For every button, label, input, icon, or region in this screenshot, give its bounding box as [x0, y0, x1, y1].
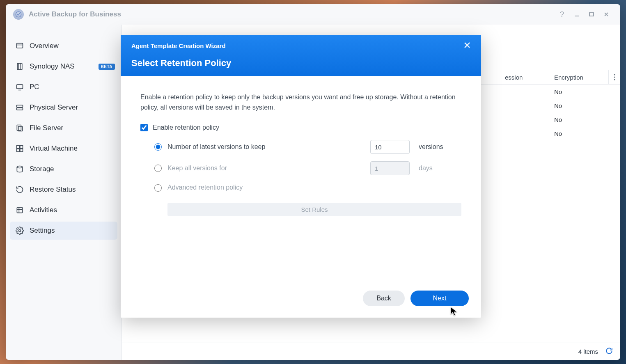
modal-body: Enable a retention policy to keep only t… — [121, 76, 481, 282]
sidebar-item-pc[interactable]: PC — [10, 78, 117, 96]
sidebar-item-overview[interactable]: Overview — [10, 37, 117, 55]
settings-icon — [16, 227, 24, 235]
sidebar-item-synology-nas[interactable]: Synology NAS BETA — [10, 57, 117, 76]
app-icon — [13, 9, 24, 20]
app-title: Active Backup for Business — [29, 10, 121, 18]
cell-encryption: No — [549, 102, 609, 109]
sidebar-item-storage[interactable]: Storage — [10, 160, 117, 178]
close-icon — [464, 42, 470, 48]
pc-icon — [16, 83, 24, 91]
radio-keep-all-row[interactable]: Keep all versions for days — [154, 161, 461, 175]
retention-radio-group: Number of latest versions to keep versio… — [154, 140, 461, 216]
restore-icon — [16, 185, 24, 194]
sidebar-item-label: Synology NAS — [30, 62, 75, 71]
keep-all-suffix: days — [419, 163, 433, 174]
enable-retention-checkbox[interactable] — [140, 124, 148, 131]
sidebar-item-label: Virtual Machine — [30, 144, 78, 153]
sidebar-item-settings[interactable]: Settings — [10, 222, 117, 240]
svg-rect-17 — [20, 146, 23, 149]
radio-advanced-row[interactable]: Advanced retention policy — [154, 183, 461, 193]
column-compression[interactable]: ession — [500, 70, 549, 84]
enable-retention-checkbox-row[interactable]: Enable retention policy — [140, 123, 461, 133]
svg-rect-5 — [17, 43, 23, 48]
cell-encryption: No — [549, 116, 609, 123]
column-encryption[interactable]: Encryption — [549, 70, 609, 84]
sidebar-item-label: Activities — [30, 206, 57, 214]
sidebar-item-label: PC — [30, 83, 39, 91]
beta-badge: BETA — [99, 64, 115, 70]
radio-advanced[interactable] — [154, 184, 162, 192]
overview-icon — [16, 42, 24, 50]
modal-close-button[interactable] — [464, 41, 470, 50]
svg-rect-19 — [20, 149, 23, 152]
latest-versions-suffix: versions — [419, 142, 443, 152]
svg-rect-12 — [17, 105, 23, 107]
svg-rect-10 — [17, 85, 23, 89]
svg-point-24 — [19, 230, 21, 232]
wizard-title: Agent Template Creation Wizard — [131, 42, 226, 49]
column-options-button[interactable] — [609, 70, 620, 84]
nas-icon — [16, 62, 24, 71]
sidebar-item-physical-server[interactable]: Physical Server — [10, 98, 117, 117]
step-title: Select Retention Policy — [131, 58, 470, 69]
sidebar-item-label: File Server — [30, 124, 63, 132]
svg-rect-18 — [17, 149, 20, 152]
svg-rect-7 — [17, 64, 22, 70]
latest-versions-input[interactable] — [370, 140, 410, 154]
close-window-button[interactable] — [600, 8, 613, 21]
radio-advanced-label: Advanced retention policy — [167, 183, 365, 193]
next-button[interactable]: Next — [410, 291, 469, 306]
activities-icon — [16, 206, 24, 214]
svg-rect-13 — [17, 108, 23, 110]
sidebar-item-label: Settings — [30, 227, 55, 235]
vm-icon — [16, 144, 24, 153]
svg-rect-21 — [17, 207, 22, 213]
svg-rect-14 — [17, 125, 21, 130]
svg-point-26 — [614, 77, 615, 78]
sidebar-item-activities[interactable]: Activities — [10, 201, 117, 219]
app-window: Active Backup for Business ? Overview Sy… — [6, 4, 620, 360]
cell-encryption: No — [549, 88, 609, 95]
sidebar-item-label: Physical Server — [30, 103, 78, 112]
sidebar-item-label: Restore Status — [30, 185, 76, 194]
server-icon — [16, 103, 24, 112]
radio-keep-all[interactable] — [154, 165, 162, 172]
step-description: Enable a retention policy to keep only t… — [140, 92, 461, 113]
refresh-icon — [605, 347, 613, 355]
statusbar: 4 items — [122, 343, 620, 360]
help-button[interactable]: ? — [555, 8, 569, 21]
radio-latest-versions[interactable] — [154, 143, 162, 151]
wizard-modal: Agent Template Creation Wizard Select Re… — [121, 35, 481, 318]
fileserver-icon — [16, 124, 24, 132]
storage-icon — [16, 165, 24, 173]
radio-latest-versions-label: Number of latest versions to keep — [167, 142, 365, 152]
refresh-button[interactable] — [605, 347, 613, 356]
minimize-button[interactable] — [570, 8, 583, 21]
svg-point-25 — [614, 74, 615, 76]
sidebar-item-restore-status[interactable]: Restore Status — [10, 181, 117, 199]
svg-point-27 — [614, 79, 615, 80]
cell-encryption: No — [549, 130, 609, 137]
sidebar-item-virtual-machine[interactable]: Virtual Machine — [10, 140, 117, 158]
set-rules-button: Set Rules — [167, 203, 461, 216]
svg-rect-16 — [17, 146, 20, 149]
radio-latest-versions-row[interactable]: Number of latest versions to keep versio… — [154, 140, 461, 154]
item-count: 4 items — [578, 348, 598, 355]
sidebar-item-label: Storage — [30, 165, 54, 173]
maximize-button[interactable] — [585, 8, 598, 21]
radio-keep-all-label: Keep all versions for — [167, 163, 365, 174]
modal-header: Agent Template Creation Wizard Select Re… — [121, 35, 481, 76]
more-icon — [614, 74, 615, 80]
enable-retention-label: Enable retention policy — [153, 123, 219, 133]
titlebar: Active Backup for Business ? — [6, 4, 620, 25]
modal-footer: Back Next — [121, 282, 481, 318]
sidebar-item-file-server[interactable]: File Server — [10, 119, 117, 137]
sidebar: Overview Synology NAS BETA PC Physical S… — [6, 25, 122, 360]
sidebar-item-label: Overview — [30, 42, 59, 50]
keep-all-days-input — [370, 161, 410, 175]
svg-point-20 — [17, 166, 22, 168]
svg-rect-2 — [589, 13, 594, 16]
back-button[interactable]: Back — [363, 291, 405, 306]
